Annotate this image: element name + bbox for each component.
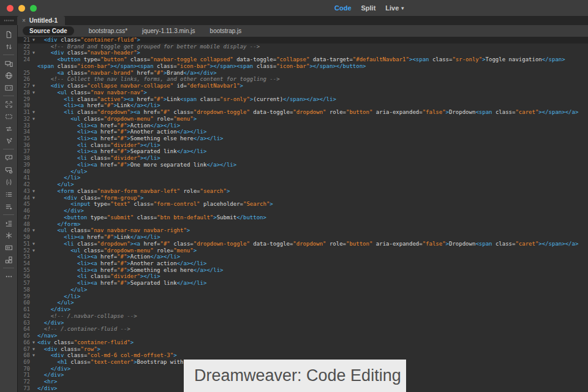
- code-line-50[interactable]: 50 <li><a href="#">Link</a></li>: [18, 234, 588, 241]
- related-file-bootstrap-js[interactable]: bootstrap.js: [210, 28, 242, 34]
- code-text[interactable]: <ul class="nav navbar-nav navbar-right">: [37, 227, 588, 234]
- code-text[interactable]: <!-- /.navbar-collapse -->: [37, 313, 588, 320]
- code-line-21[interactable]: 21▼ <div class="container-fluid">: [18, 37, 588, 43]
- fold-arrow-icon[interactable]: ▼: [30, 346, 37, 353]
- code-text[interactable]: <input type="text" class="form-control" …: [37, 201, 588, 208]
- code-line-22[interactable]: 22 <!-- Brand and toggle get grouped for…: [18, 43, 588, 50]
- code-text[interactable]: <li><a href="#">One more separated link<…: [37, 162, 588, 168]
- code-text[interactable]: <a class="navbar-brand" href="#">Brand</…: [37, 70, 588, 77]
- code-text[interactable]: <li class="divider"></li>: [37, 155, 588, 162]
- code-text[interactable]: </nav>: [37, 333, 588, 339]
- snowflake-icon[interactable]: [0, 229, 17, 241]
- code-line-28[interactable]: 28▼ <ul class="nav navbar-nav">: [18, 89, 588, 96]
- round-brackets-icon[interactable]: [0, 176, 17, 188]
- code-text[interactable]: <!-- Brand and toggle get grouped for be…: [37, 43, 588, 50]
- code-line-24[interactable]: 24 <button type="button" class="navbar-t…: [18, 56, 588, 69]
- code-line-49[interactable]: 49▼ <ul class="nav navbar-nav navbar-rig…: [18, 227, 588, 234]
- code-text[interactable]: <li><a href="#">Link</a></li>: [37, 234, 588, 241]
- code-line-51[interactable]: 51▼ <li class="dropdown"><a href="#" cla…: [18, 241, 588, 247]
- view-mode-live[interactable]: Live▾: [385, 4, 404, 12]
- code-text[interactable]: <div class="navbar-header">: [37, 50, 588, 56]
- code-line-23[interactable]: 23▼ <div class="navbar-header">: [18, 50, 588, 56]
- code-text[interactable]: <form class="navbar-form navbar-left" ro…: [37, 188, 588, 195]
- view-mode-split[interactable]: Split: [361, 4, 376, 12]
- code-line-26[interactable]: 26 <!-- Collect the nav links, forms, an…: [18, 76, 588, 83]
- code-line-47[interactable]: 47 <button type="submit" class="btn btn-…: [18, 214, 588, 221]
- code-text[interactable]: <div class="col-md-6 col-md-offset-3">: [37, 352, 588, 359]
- code-line-67[interactable]: 67▼ <div class="row">: [18, 346, 588, 353]
- code-line-31[interactable]: 31▼ <li class="dropdown"><a href="#" cla…: [18, 109, 588, 116]
- related-file-source-code[interactable]: Source Code: [23, 26, 74, 36]
- code-text[interactable]: <!-- Collect the nav links, forms, and o…: [37, 76, 588, 83]
- code-line-42[interactable]: 42 </ul>: [18, 181, 588, 188]
- code-text[interactable]: </ul>: [37, 287, 588, 293]
- fold-arrow-icon[interactable]: ▼: [30, 241, 37, 247]
- indent-icon[interactable]: [0, 217, 17, 229]
- globe-icon[interactable]: [0, 69, 17, 81]
- code-line-64[interactable]: 64 <!-- /.container-fluid -->: [18, 326, 588, 333]
- code-line-68[interactable]: 68▼ <div class="col-md-6 col-md-offset-3…: [18, 352, 588, 359]
- code-line-30[interactable]: 30 <li><a href="#">Link</a></li>: [18, 102, 588, 109]
- code-line-45[interactable]: 45 <input type="text" class="form-contro…: [18, 201, 588, 208]
- code-line-58[interactable]: 58 </ul>: [18, 287, 588, 293]
- code-text[interactable]: <li><a href="#">Link</a></li>: [37, 102, 588, 109]
- minimize-window-icon[interactable]: [18, 5, 25, 12]
- code-line-46[interactable]: 46 </div>: [18, 208, 588, 214]
- code-line-48[interactable]: 48 </form>: [18, 221, 588, 228]
- fold-arrow-icon[interactable]: ▼: [30, 50, 37, 56]
- close-window-icon[interactable]: [7, 5, 13, 12]
- fold-arrow-icon[interactable]: ▼: [30, 83, 37, 89]
- fold-arrow-icon[interactable]: ▼: [30, 37, 37, 43]
- code-line-39[interactable]: 39 <li><a href="#">One more separated li…: [18, 162, 588, 168]
- fold-arrow-icon[interactable]: ▼: [30, 188, 37, 195]
- code-line-53[interactable]: 53 <li><a href="#">Action</a></li>: [18, 254, 588, 260]
- code-text[interactable]: <li><a href="#">Separated link</a></li>: [37, 280, 588, 287]
- code-line-63[interactable]: 63 </div>: [18, 320, 588, 326]
- list-lines-icon[interactable]: [0, 188, 17, 200]
- code-text[interactable]: <li class="divider"></li>: [37, 142, 588, 149]
- code-text[interactable]: </ul>: [37, 181, 588, 188]
- code-line-40[interactable]: 40 </ul>: [18, 168, 588, 175]
- fold-arrow-icon[interactable]: ▼: [30, 227, 37, 234]
- code-line-66[interactable]: 66▼<div class="container-fluid">: [18, 339, 588, 346]
- code-line-54[interactable]: 54 <li><a href="#">Another action</a></l…: [18, 260, 588, 267]
- code-line-60[interactable]: 60 </ul>: [18, 300, 588, 306]
- list-add-icon[interactable]: [0, 200, 17, 213]
- fold-arrow-icon[interactable]: ▼: [30, 195, 37, 202]
- code-line-44[interactable]: 44▼ <div class="form-group">: [18, 195, 588, 202]
- document-tab[interactable]: × Untitled-1: [17, 16, 65, 25]
- fold-arrow-icon[interactable]: ▼: [30, 339, 37, 346]
- code-text[interactable]: <li class="divider"></li>: [37, 273, 588, 280]
- fold-arrow-icon[interactable]: ▼: [30, 116, 37, 123]
- code-line-56[interactable]: 56 <li class="divider"></li>: [18, 273, 588, 280]
- attr-box-icon[interactable]: [0, 241, 17, 254]
- code-text[interactable]: <ul class="nav navbar-nav">: [37, 89, 588, 96]
- expand-arrows-icon[interactable]: [0, 98, 17, 110]
- more-dots-icon[interactable]: [0, 270, 17, 282]
- zoom-window-icon[interactable]: [30, 5, 37, 12]
- selection-box-icon[interactable]: [0, 110, 17, 123]
- code-line-59[interactable]: 59 </li>: [18, 293, 588, 300]
- grid-blocks-icon[interactable]: [0, 254, 17, 266]
- view-mode-code[interactable]: Code: [334, 4, 352, 12]
- code-text[interactable]: <li><a href="#">Something else here</a><…: [37, 267, 588, 274]
- code-text[interactable]: </div>: [37, 208, 588, 214]
- code-text[interactable]: </div>: [37, 306, 588, 313]
- code-line-36[interactable]: 36 <li class="divider"></li>: [18, 142, 588, 149]
- devices-icon[interactable]: [0, 57, 17, 69]
- code-text[interactable]: <li><a href="#">Another action</a></li>: [37, 260, 588, 267]
- fold-arrow-icon[interactable]: ▼: [30, 247, 37, 254]
- fold-arrow-icon[interactable]: ▼: [30, 89, 37, 96]
- code-text[interactable]: <button type="button" class="navbar-togg…: [37, 56, 588, 69]
- code-text[interactable]: <div class="container-fluid">: [37, 37, 588, 43]
- comment-off-icon[interactable]: [0, 164, 17, 176]
- code-text[interactable]: </li>: [37, 293, 588, 300]
- code-line-35[interactable]: 35 <li><a href="#">Something else here</…: [18, 135, 588, 142]
- close-tab-icon[interactable]: ×: [22, 18, 26, 24]
- inspect-wand-icon[interactable]: [0, 135, 17, 147]
- fold-arrow-icon[interactable]: ▼: [30, 352, 37, 359]
- code-text[interactable]: <!-- /.container-fluid -->: [37, 326, 588, 333]
- code-line-65[interactable]: 65</nav>: [18, 333, 588, 339]
- code-line-37[interactable]: 37 <li><a href="#">Separated link</a></l…: [18, 148, 588, 155]
- code-text[interactable]: <li class="active"><a href="#">Link<span…: [37, 96, 588, 103]
